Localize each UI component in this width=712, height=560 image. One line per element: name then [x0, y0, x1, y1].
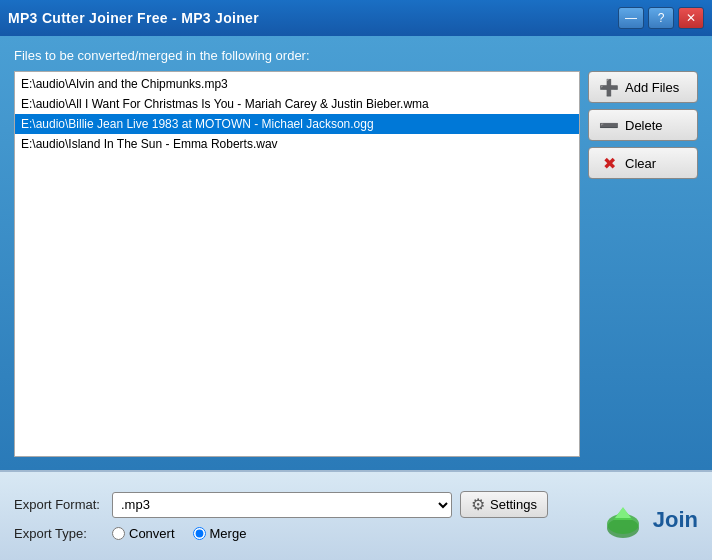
convert-option[interactable]: Convert — [112, 526, 175, 541]
list-item[interactable]: E:\audio\Island In The Sun - Emma Robert… — [15, 134, 579, 154]
add-files-button[interactable]: ➕ Add Files — [588, 71, 698, 103]
file-list[interactable]: E:\audio\Alvin and the Chipmunks.mp3E:\a… — [14, 71, 580, 457]
delete-button[interactable]: ➖ Delete — [588, 109, 698, 141]
window-controls: — ? ✕ — [618, 7, 704, 29]
clear-label: Clear — [625, 156, 656, 171]
join-label: Join — [653, 507, 698, 533]
main-area: Files to be converted/merged in the foll… — [0, 36, 712, 470]
join-icon — [601, 498, 645, 542]
list-item[interactable]: E:\audio\Billie Jean Live 1983 at MOTOWN… — [15, 114, 579, 134]
clear-button[interactable]: ✖ Clear — [588, 147, 698, 179]
convert-radio[interactable] — [112, 527, 125, 540]
bottom-bar: Export Format: .mp3.wav.ogg.wma.flac ⚙ S… — [0, 470, 712, 560]
radio-group: Convert Merge — [112, 526, 246, 541]
export-format-select[interactable]: .mp3.wav.ogg.wma.flac — [112, 492, 452, 518]
settings-label: Settings — [490, 497, 537, 512]
join-button[interactable]: Join — [601, 498, 698, 542]
export-type-label: Export Type: — [14, 526, 104, 541]
buttons-panel: ➕ Add Files ➖ Delete ✖ Clear — [588, 71, 698, 457]
instruction-text: Files to be converted/merged in the foll… — [14, 48, 698, 63]
merge-radio[interactable] — [193, 527, 206, 540]
delete-label: Delete — [625, 118, 663, 133]
type-row: Export Type: Convert Merge — [14, 526, 698, 541]
merge-label: Merge — [210, 526, 247, 541]
help-button[interactable]: ? — [648, 7, 674, 29]
list-item[interactable]: E:\audio\All I Want For Christmas Is You… — [15, 94, 579, 114]
clear-icon: ✖ — [599, 153, 619, 173]
close-button[interactable]: ✕ — [678, 7, 704, 29]
app-title: MP3 Cutter Joiner Free - MP3 Joiner — [8, 10, 259, 26]
file-panel: E:\audio\Alvin and the Chipmunks.mp3E:\a… — [14, 71, 698, 457]
export-format-label: Export Format: — [14, 497, 104, 512]
add-icon: ➕ — [599, 77, 619, 97]
format-row: Export Format: .mp3.wav.ogg.wma.flac ⚙ S… — [14, 491, 698, 518]
merge-option[interactable]: Merge — [193, 526, 247, 541]
gear-icon: ⚙ — [471, 495, 485, 514]
settings-button[interactable]: ⚙ Settings — [460, 491, 548, 518]
title-bar: MP3 Cutter Joiner Free - MP3 Joiner — ? … — [0, 0, 712, 36]
minimize-button[interactable]: — — [618, 7, 644, 29]
svg-marker-3 — [615, 507, 631, 518]
convert-label: Convert — [129, 526, 175, 541]
add-files-label: Add Files — [625, 80, 679, 95]
list-item[interactable]: E:\audio\Alvin and the Chipmunks.mp3 — [15, 74, 579, 94]
delete-icon: ➖ — [599, 115, 619, 135]
